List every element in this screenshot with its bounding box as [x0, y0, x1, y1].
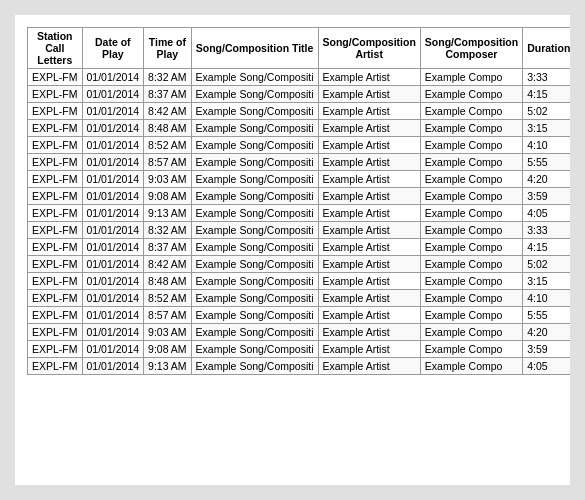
table-cell: 01/01/2014: [82, 358, 144, 375]
table-row: EXPL-FM01/01/20148:57 AMExample Song/Com…: [28, 154, 571, 171]
table-cell: Example Artist: [318, 69, 420, 86]
table-cell: Example Song/Compositi: [191, 171, 318, 188]
table-cell: Example Song/Compositi: [191, 120, 318, 137]
table-cell: 5:02: [523, 103, 570, 120]
table-cell: 01/01/2014: [82, 171, 144, 188]
table-cell: 01/01/2014: [82, 103, 144, 120]
table-cell: 01/01/2014: [82, 205, 144, 222]
table-cell: Example Compo: [420, 171, 522, 188]
table-cell: 9:13 AM: [144, 205, 192, 222]
table-cell: 4:05: [523, 205, 570, 222]
table-row: EXPL-FM01/01/20148:32 AMExample Song/Com…: [28, 69, 571, 86]
table-cell: 3:59: [523, 341, 570, 358]
table-row: EXPL-FM01/01/20148:48 AMExample Song/Com…: [28, 273, 571, 290]
table-cell: Example Artist: [318, 307, 420, 324]
table-cell: EXPL-FM: [28, 171, 83, 188]
table-cell: Example Compo: [420, 324, 522, 341]
table-cell: Example Compo: [420, 290, 522, 307]
table-cell: 5:55: [523, 154, 570, 171]
table-cell: 4:20: [523, 324, 570, 341]
table-cell: 01/01/2014: [82, 256, 144, 273]
table-cell: Example Compo: [420, 256, 522, 273]
table-cell: 01/01/2014: [82, 120, 144, 137]
table-cell: EXPL-FM: [28, 341, 83, 358]
table-cell: 3:33: [523, 69, 570, 86]
table-cell: Example Compo: [420, 69, 522, 86]
table-cell: EXPL-FM: [28, 69, 83, 86]
table-cell: 01/01/2014: [82, 290, 144, 307]
table-cell: EXPL-FM: [28, 137, 83, 154]
table-cell: 9:03 AM: [144, 171, 192, 188]
table-cell: Example Artist: [318, 137, 420, 154]
table-cell: 3:59: [523, 188, 570, 205]
table-cell: Example Artist: [318, 120, 420, 137]
table-cell: Example Compo: [420, 188, 522, 205]
table-cell: Example Compo: [420, 120, 522, 137]
table-cell: 9:08 AM: [144, 341, 192, 358]
table-cell: 8:37 AM: [144, 86, 192, 103]
table-cell: Example Artist: [318, 188, 420, 205]
table-cell: Example Artist: [318, 222, 420, 239]
table-row: EXPL-FM01/01/20148:52 AMExample Song/Com…: [28, 137, 571, 154]
table-cell: EXPL-FM: [28, 103, 83, 120]
table-cell: Example Artist: [318, 205, 420, 222]
table-cell: Example Compo: [420, 137, 522, 154]
table-cell: EXPL-FM: [28, 239, 83, 256]
table-cell: Example Artist: [318, 154, 420, 171]
table-cell: EXPL-FM: [28, 307, 83, 324]
table-cell: 4:10: [523, 290, 570, 307]
table-cell: Example Song/Compositi: [191, 103, 318, 120]
table-cell: 01/01/2014: [82, 239, 144, 256]
header-artist: Song/Composition Artist: [318, 28, 420, 69]
table-cell: Example Compo: [420, 341, 522, 358]
table-cell: EXPL-FM: [28, 86, 83, 103]
table-cell: Example Song/Compositi: [191, 188, 318, 205]
table-cell: EXPL-FM: [28, 188, 83, 205]
table-cell: 01/01/2014: [82, 188, 144, 205]
table-row: EXPL-FM01/01/20148:48 AMExample Song/Com…: [28, 120, 571, 137]
table-cell: Example Artist: [318, 341, 420, 358]
table-row: EXPL-FM01/01/20149:13 AMExample Song/Com…: [28, 205, 571, 222]
table-cell: Example Song/Compositi: [191, 86, 318, 103]
header-date: Date of Play: [82, 28, 144, 69]
page-container: Station Call Letters Date of Play Time o…: [15, 15, 570, 485]
table-cell: Example Song/Compositi: [191, 341, 318, 358]
table-cell: 8:42 AM: [144, 103, 192, 120]
table-row: EXPL-FM01/01/20149:08 AMExample Song/Com…: [28, 188, 571, 205]
table-cell: Example Song/Compositi: [191, 239, 318, 256]
table-cell: EXPL-FM: [28, 358, 83, 375]
table-cell: 8:32 AM: [144, 222, 192, 239]
table-cell: 8:37 AM: [144, 239, 192, 256]
table-cell: Example Compo: [420, 154, 522, 171]
table-cell: 01/01/2014: [82, 273, 144, 290]
table-cell: 3:15: [523, 120, 570, 137]
table-row: EXPL-FM01/01/20148:57 AMExample Song/Com…: [28, 307, 571, 324]
table-cell: Example Song/Compositi: [191, 205, 318, 222]
table-cell: Example Song/Compositi: [191, 307, 318, 324]
table-cell: 8:52 AM: [144, 137, 192, 154]
table-cell: 01/01/2014: [82, 137, 144, 154]
table-cell: 4:05: [523, 358, 570, 375]
header-time: Time of Play: [144, 28, 192, 69]
table-cell: Example Compo: [420, 239, 522, 256]
table-cell: Example Artist: [318, 324, 420, 341]
table-cell: Example Artist: [318, 103, 420, 120]
table-row: EXPL-FM01/01/20149:08 AMExample Song/Com…: [28, 341, 571, 358]
table-cell: Example Artist: [318, 86, 420, 103]
table-row: EXPL-FM01/01/20148:37 AMExample Song/Com…: [28, 86, 571, 103]
table-cell: Example Compo: [420, 86, 522, 103]
table-cell: Example Artist: [318, 290, 420, 307]
table-cell: 01/01/2014: [82, 69, 144, 86]
table-cell: 01/01/2014: [82, 154, 144, 171]
table-cell: 9:13 AM: [144, 358, 192, 375]
table-cell: 4:20: [523, 171, 570, 188]
table-cell: 9:08 AM: [144, 188, 192, 205]
table-cell: Example Compo: [420, 222, 522, 239]
table-cell: 5:02: [523, 256, 570, 273]
header-composer: Song/Composition Composer: [420, 28, 522, 69]
table-cell: Example Song/Compositi: [191, 256, 318, 273]
table-cell: 8:52 AM: [144, 290, 192, 307]
table-cell: Example Compo: [420, 307, 522, 324]
table-cell: 01/01/2014: [82, 222, 144, 239]
table-cell: EXPL-FM: [28, 256, 83, 273]
